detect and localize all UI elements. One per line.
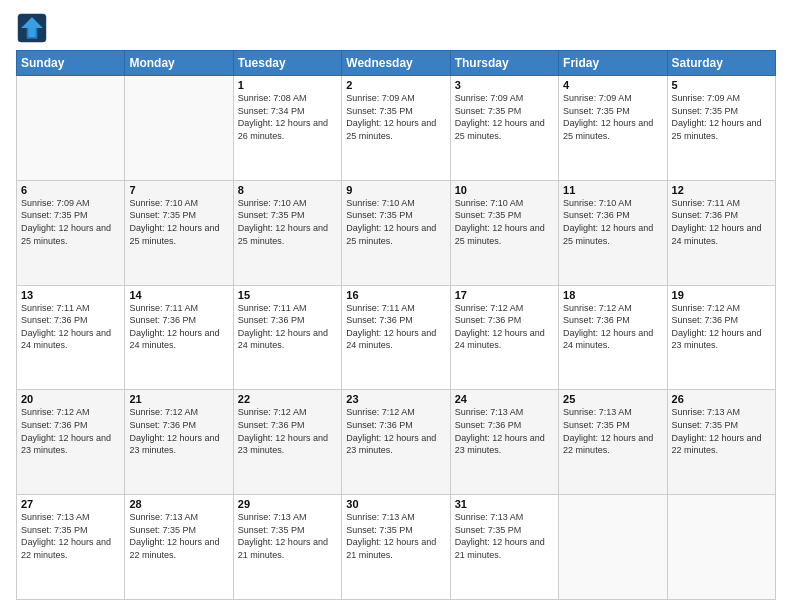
day-info: Sunrise: 7:12 AM Sunset: 7:36 PM Dayligh… xyxy=(238,406,337,456)
daylight-text: Daylight: 12 hours and 22 minutes. xyxy=(672,433,762,456)
day-number: 4 xyxy=(563,79,662,91)
calendar-day-header: Thursday xyxy=(450,51,558,76)
calendar-day-header: Wednesday xyxy=(342,51,450,76)
sunrise-text: Sunrise: 7:08 AM xyxy=(238,93,307,103)
day-info: Sunrise: 7:13 AM Sunset: 7:35 PM Dayligh… xyxy=(129,511,228,561)
day-number: 3 xyxy=(455,79,554,91)
day-number: 10 xyxy=(455,184,554,196)
sunset-text: Sunset: 7:35 PM xyxy=(346,210,413,220)
sunset-text: Sunset: 7:34 PM xyxy=(238,106,305,116)
day-info: Sunrise: 7:10 AM Sunset: 7:35 PM Dayligh… xyxy=(129,197,228,247)
daylight-text: Daylight: 12 hours and 24 minutes. xyxy=(346,328,436,351)
sunset-text: Sunset: 7:35 PM xyxy=(238,525,305,535)
day-info: Sunrise: 7:13 AM Sunset: 7:35 PM Dayligh… xyxy=(346,511,445,561)
calendar-cell: 24 Sunrise: 7:13 AM Sunset: 7:36 PM Dayl… xyxy=(450,390,558,495)
day-number: 1 xyxy=(238,79,337,91)
day-info: Sunrise: 7:11 AM Sunset: 7:36 PM Dayligh… xyxy=(672,197,771,247)
daylight-text: Daylight: 12 hours and 22 minutes. xyxy=(129,537,219,560)
day-info: Sunrise: 7:11 AM Sunset: 7:36 PM Dayligh… xyxy=(21,302,120,352)
calendar-cell: 16 Sunrise: 7:11 AM Sunset: 7:36 PM Dayl… xyxy=(342,285,450,390)
daylight-text: Daylight: 12 hours and 26 minutes. xyxy=(238,118,328,141)
sunrise-text: Sunrise: 7:09 AM xyxy=(346,93,415,103)
calendar-day-header: Sunday xyxy=(17,51,125,76)
day-number: 25 xyxy=(563,393,662,405)
sunrise-text: Sunrise: 7:12 AM xyxy=(238,407,307,417)
calendar-cell: 12 Sunrise: 7:11 AM Sunset: 7:36 PM Dayl… xyxy=(667,180,775,285)
calendar-cell: 29 Sunrise: 7:13 AM Sunset: 7:35 PM Dayl… xyxy=(233,495,341,600)
daylight-text: Daylight: 12 hours and 25 minutes. xyxy=(346,118,436,141)
day-number: 28 xyxy=(129,498,228,510)
sunset-text: Sunset: 7:35 PM xyxy=(672,106,739,116)
calendar-cell: 22 Sunrise: 7:12 AM Sunset: 7:36 PM Dayl… xyxy=(233,390,341,495)
day-info: Sunrise: 7:09 AM Sunset: 7:35 PM Dayligh… xyxy=(346,92,445,142)
sunset-text: Sunset: 7:36 PM xyxy=(129,315,196,325)
sunset-text: Sunset: 7:36 PM xyxy=(129,420,196,430)
sunset-text: Sunset: 7:36 PM xyxy=(563,210,630,220)
calendar-cell: 19 Sunrise: 7:12 AM Sunset: 7:36 PM Dayl… xyxy=(667,285,775,390)
day-number: 22 xyxy=(238,393,337,405)
sunset-text: Sunset: 7:36 PM xyxy=(238,315,305,325)
day-info: Sunrise: 7:09 AM Sunset: 7:35 PM Dayligh… xyxy=(455,92,554,142)
calendar-table: SundayMondayTuesdayWednesdayThursdayFrid… xyxy=(16,50,776,600)
daylight-text: Daylight: 12 hours and 25 minutes. xyxy=(563,118,653,141)
sunset-text: Sunset: 7:35 PM xyxy=(21,210,88,220)
day-info: Sunrise: 7:13 AM Sunset: 7:35 PM Dayligh… xyxy=(455,511,554,561)
daylight-text: Daylight: 12 hours and 25 minutes. xyxy=(455,118,545,141)
day-info: Sunrise: 7:08 AM Sunset: 7:34 PM Dayligh… xyxy=(238,92,337,142)
day-number: 27 xyxy=(21,498,120,510)
sunrise-text: Sunrise: 7:10 AM xyxy=(346,198,415,208)
daylight-text: Daylight: 12 hours and 25 minutes. xyxy=(672,118,762,141)
sunset-text: Sunset: 7:35 PM xyxy=(672,420,739,430)
daylight-text: Daylight: 12 hours and 25 minutes. xyxy=(346,223,436,246)
calendar-cell: 6 Sunrise: 7:09 AM Sunset: 7:35 PM Dayli… xyxy=(17,180,125,285)
day-number: 30 xyxy=(346,498,445,510)
day-info: Sunrise: 7:13 AM Sunset: 7:35 PM Dayligh… xyxy=(563,406,662,456)
day-info: Sunrise: 7:13 AM Sunset: 7:35 PM Dayligh… xyxy=(672,406,771,456)
sunrise-text: Sunrise: 7:12 AM xyxy=(563,303,632,313)
sunrise-text: Sunrise: 7:13 AM xyxy=(129,512,198,522)
sunrise-text: Sunrise: 7:12 AM xyxy=(346,407,415,417)
day-number: 18 xyxy=(563,289,662,301)
day-number: 6 xyxy=(21,184,120,196)
sunset-text: Sunset: 7:36 PM xyxy=(21,420,88,430)
calendar-cell: 17 Sunrise: 7:12 AM Sunset: 7:36 PM Dayl… xyxy=(450,285,558,390)
daylight-text: Daylight: 12 hours and 21 minutes. xyxy=(346,537,436,560)
sunrise-text: Sunrise: 7:12 AM xyxy=(21,407,90,417)
daylight-text: Daylight: 12 hours and 23 minutes. xyxy=(455,433,545,456)
sunset-text: Sunset: 7:35 PM xyxy=(346,106,413,116)
calendar-cell: 10 Sunrise: 7:10 AM Sunset: 7:35 PM Dayl… xyxy=(450,180,558,285)
day-number: 15 xyxy=(238,289,337,301)
logo xyxy=(16,12,52,44)
daylight-text: Daylight: 12 hours and 23 minutes. xyxy=(672,328,762,351)
calendar-day-header: Saturday xyxy=(667,51,775,76)
calendar-cell: 26 Sunrise: 7:13 AM Sunset: 7:35 PM Dayl… xyxy=(667,390,775,495)
day-info: Sunrise: 7:13 AM Sunset: 7:35 PM Dayligh… xyxy=(21,511,120,561)
day-info: Sunrise: 7:09 AM Sunset: 7:35 PM Dayligh… xyxy=(672,92,771,142)
sunrise-text: Sunrise: 7:12 AM xyxy=(672,303,741,313)
sunrise-text: Sunrise: 7:13 AM xyxy=(21,512,90,522)
calendar-day-header: Friday xyxy=(559,51,667,76)
day-info: Sunrise: 7:11 AM Sunset: 7:36 PM Dayligh… xyxy=(238,302,337,352)
day-info: Sunrise: 7:10 AM Sunset: 7:36 PM Dayligh… xyxy=(563,197,662,247)
day-info: Sunrise: 7:09 AM Sunset: 7:35 PM Dayligh… xyxy=(563,92,662,142)
sunset-text: Sunset: 7:35 PM xyxy=(563,420,630,430)
day-number: 13 xyxy=(21,289,120,301)
calendar-cell xyxy=(125,76,233,181)
calendar-week-row: 27 Sunrise: 7:13 AM Sunset: 7:35 PM Dayl… xyxy=(17,495,776,600)
sunset-text: Sunset: 7:35 PM xyxy=(455,525,522,535)
day-number: 2 xyxy=(346,79,445,91)
calendar-week-row: 13 Sunrise: 7:11 AM Sunset: 7:36 PM Dayl… xyxy=(17,285,776,390)
daylight-text: Daylight: 12 hours and 23 minutes. xyxy=(21,433,111,456)
sunset-text: Sunset: 7:36 PM xyxy=(455,315,522,325)
day-info: Sunrise: 7:12 AM Sunset: 7:36 PM Dayligh… xyxy=(672,302,771,352)
calendar-cell: 11 Sunrise: 7:10 AM Sunset: 7:36 PM Dayl… xyxy=(559,180,667,285)
calendar-cell: 2 Sunrise: 7:09 AM Sunset: 7:35 PM Dayli… xyxy=(342,76,450,181)
calendar-cell: 30 Sunrise: 7:13 AM Sunset: 7:35 PM Dayl… xyxy=(342,495,450,600)
day-info: Sunrise: 7:11 AM Sunset: 7:36 PM Dayligh… xyxy=(129,302,228,352)
daylight-text: Daylight: 12 hours and 23 minutes. xyxy=(129,433,219,456)
day-number: 20 xyxy=(21,393,120,405)
day-info: Sunrise: 7:12 AM Sunset: 7:36 PM Dayligh… xyxy=(346,406,445,456)
calendar-cell: 1 Sunrise: 7:08 AM Sunset: 7:34 PM Dayli… xyxy=(233,76,341,181)
day-number: 14 xyxy=(129,289,228,301)
sunrise-text: Sunrise: 7:10 AM xyxy=(563,198,632,208)
